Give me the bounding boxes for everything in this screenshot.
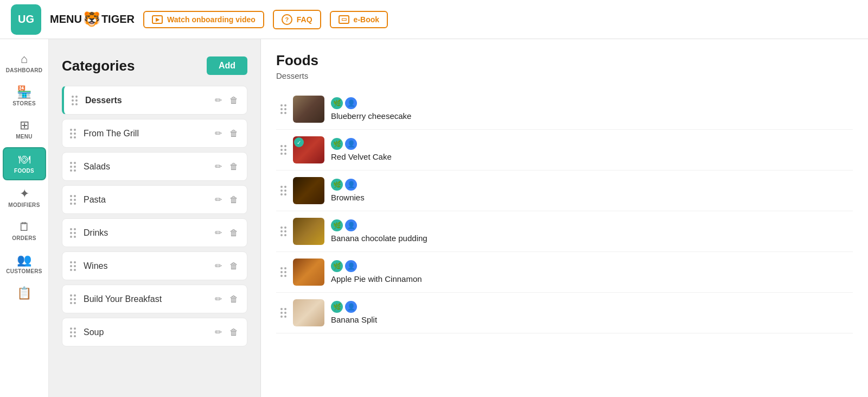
sidebar-item-foods[interactable]: 🍽 FOODS bbox=[3, 147, 46, 180]
food-drag-brownies bbox=[280, 186, 286, 196]
food-item-brownies[interactable]: 🌿 👤 Brownies bbox=[276, 171, 853, 211]
user-icon-brownies: 👤 bbox=[345, 179, 357, 191]
drag-handle-build-your-breakfast bbox=[70, 294, 76, 304]
add-category-button[interactable]: Add bbox=[207, 56, 247, 75]
foods-icon: 🍽 bbox=[18, 154, 30, 166]
food-info-banana-choc: 🌿 👤 Banana chocolate pudding bbox=[331, 219, 848, 243]
category-item-desserts[interactable]: Desserts ✏ 🗑 bbox=[62, 86, 247, 115]
ebook-icon: ▭ bbox=[339, 15, 349, 24]
delete-soup-button[interactable]: 🗑 bbox=[228, 326, 239, 338]
sidebar-item-modifiers[interactable]: ✦ MODIFIERS bbox=[3, 182, 46, 213]
category-name-from-the-grill: From The Grill bbox=[84, 129, 208, 138]
edit-soup-button[interactable]: ✏ bbox=[214, 326, 223, 338]
sidebar-item-customers[interactable]: 👥 CUSTOMERS bbox=[3, 249, 46, 280]
food-image-brownies bbox=[293, 177, 324, 204]
food-icons-blueberry: 🌿 👤 bbox=[331, 97, 848, 109]
category-item-salads[interactable]: Salads ✏ 🗑 bbox=[62, 152, 247, 181]
drag-handle-desserts bbox=[72, 96, 78, 105]
user-icon-red-velvet: 👤 bbox=[345, 138, 357, 150]
user-icon-banana-choc: 👤 bbox=[345, 219, 357, 231]
food-item-blueberry-cheesecake[interactable]: 🌿 👤 Blueberry cheesecake bbox=[276, 89, 853, 130]
food-item-banana-split[interactable]: 🌿 👤 Banana Split bbox=[276, 293, 853, 333]
check-badge: ✓ bbox=[294, 137, 304, 147]
drag-handle-salads bbox=[70, 162, 76, 172]
edit-pasta-button[interactable]: ✏ bbox=[214, 193, 223, 206]
food-name-blueberry: Blueberry cheesecake bbox=[331, 111, 411, 121]
drag-handle-soup bbox=[70, 327, 76, 337]
delete-drinks-button[interactable]: 🗑 bbox=[228, 227, 239, 239]
sidebar-item-menu[interactable]: ⊞ MENU bbox=[3, 114, 46, 145]
category-name-wines: Wines bbox=[84, 261, 208, 271]
edit-desserts-button[interactable]: ✏ bbox=[214, 94, 223, 106]
faq-button[interactable]: ? FAQ bbox=[273, 10, 321, 29]
user-icon-banana-split: 👤 bbox=[345, 301, 357, 313]
food-image-blueberry bbox=[293, 96, 324, 123]
content-area: Categories Add Desserts ✏ 🗑 bbox=[49, 39, 868, 397]
food-drag-red-velvet bbox=[280, 145, 286, 155]
food-name-brownies: Brownies bbox=[331, 193, 365, 202]
category-name-drinks: Drinks bbox=[84, 228, 208, 238]
veg-icon-banana-split: 🌿 bbox=[331, 301, 343, 313]
delete-build-your-breakfast-button[interactable]: 🗑 bbox=[228, 293, 239, 305]
sidebar-item-orders[interactable]: 🗒 ORDERS bbox=[3, 216, 46, 247]
delete-wines-button[interactable]: 🗑 bbox=[228, 260, 239, 272]
delete-from-the-grill-button[interactable]: 🗑 bbox=[228, 128, 239, 140]
logo-tiger-icon: 🐯 bbox=[83, 11, 100, 28]
categories-header: Categories Add bbox=[62, 56, 247, 75]
food-icons-banana-choc: 🌿 👤 bbox=[331, 219, 848, 231]
category-item-drinks[interactable]: Drinks ✏ 🗑 bbox=[62, 218, 247, 247]
category-item-soup[interactable]: Soup ✏ 🗑 bbox=[62, 318, 247, 346]
drag-handle-from-the-grill bbox=[70, 129, 76, 138]
faq-label: FAQ bbox=[297, 15, 312, 24]
edit-drinks-button[interactable]: ✏ bbox=[214, 226, 223, 239]
food-icons-brownies: 🌿 👤 bbox=[331, 179, 848, 191]
sidebar-label-stores: STORES bbox=[12, 100, 36, 106]
sidebar-label-customers: CUSTOMERS bbox=[6, 268, 42, 274]
edit-build-your-breakfast-button[interactable]: ✏ bbox=[214, 293, 223, 305]
food-name-red-velvet: Red Velvet Cake bbox=[331, 152, 392, 161]
delete-pasta-button[interactable]: 🗑 bbox=[228, 194, 239, 206]
veg-icon-red-velvet: 🌿 bbox=[331, 138, 343, 150]
sidebar-item-dashboard[interactable]: ⌂ DASHBOARD bbox=[3, 48, 46, 79]
food-icons-banana-split: 🌿 👤 bbox=[331, 301, 848, 313]
edit-salads-button[interactable]: ✏ bbox=[214, 160, 223, 173]
watch-video-button[interactable]: ▶ Watch onboarding video bbox=[143, 11, 264, 28]
drag-handle-drinks bbox=[70, 228, 76, 238]
food-info-blueberry: 🌿 👤 Blueberry cheesecake bbox=[331, 97, 848, 121]
play-icon: ▶ bbox=[152, 15, 163, 24]
sidebar-label-modifiers: MODIFIERS bbox=[8, 202, 40, 208]
delete-salads-button[interactable]: 🗑 bbox=[228, 161, 239, 173]
category-item-from-the-grill[interactable]: From The Grill ✏ 🗑 bbox=[62, 119, 247, 148]
edit-from-the-grill-button[interactable]: ✏ bbox=[214, 127, 223, 140]
category-actions-wines: ✏ 🗑 bbox=[214, 260, 239, 272]
home-icon: ⌂ bbox=[21, 53, 28, 65]
ebook-button[interactable]: ▭ e-Book bbox=[330, 11, 388, 28]
category-item-pasta[interactable]: Pasta ✏ 🗑 bbox=[62, 185, 247, 214]
category-actions-drinks: ✏ 🗑 bbox=[214, 226, 239, 239]
drag-handle-wines bbox=[70, 261, 76, 271]
ebook-label: e-Book bbox=[354, 15, 379, 24]
veg-icon-brownies: 🌿 bbox=[331, 179, 343, 191]
user-icon-blueberry: 👤 bbox=[345, 97, 357, 109]
food-image-banana-split bbox=[293, 299, 324, 326]
stores-icon: 🏪 bbox=[17, 86, 31, 98]
sidebar-label-menu: MENU bbox=[16, 134, 33, 140]
sidebar-item-last[interactable]: 📋 bbox=[3, 282, 46, 305]
food-name-banana-choc: Banana chocolate pudding bbox=[331, 234, 427, 243]
category-list: Desserts ✏ 🗑 From The Grill ✏ 🗑 bbox=[62, 86, 247, 346]
menu-icon: ⊞ bbox=[20, 119, 29, 131]
sidebar-item-stores[interactable]: 🏪 STORES bbox=[3, 81, 46, 112]
drag-handle-pasta bbox=[70, 195, 76, 205]
food-item-apple-pie[interactable]: 🌿 👤 Apple Pie with Cinnamon bbox=[276, 252, 853, 293]
category-item-wines[interactable]: Wines ✏ 🗑 bbox=[62, 251, 247, 280]
food-info-banana-split: 🌿 👤 Banana Split bbox=[331, 301, 848, 325]
sidebar-label-dashboard: DASHBOARD bbox=[6, 67, 43, 73]
food-image-red-velvet: ✓ bbox=[293, 136, 324, 163]
food-item-red-velvet[interactable]: ✓ 🌿 👤 Red Velvet Cake bbox=[276, 130, 853, 171]
delete-desserts-button[interactable]: 🗑 bbox=[228, 94, 239, 106]
food-item-banana-choc-pudding[interactable]: 🌿 👤 Banana chocolate pudding bbox=[276, 211, 853, 252]
category-item-build-your-breakfast[interactable]: Build Your Breakfast ✏ 🗑 bbox=[62, 285, 247, 313]
foods-subtitle: Desserts bbox=[276, 71, 853, 80]
edit-wines-button[interactable]: ✏ bbox=[214, 260, 223, 272]
veg-icon-banana-choc: 🌿 bbox=[331, 219, 343, 231]
